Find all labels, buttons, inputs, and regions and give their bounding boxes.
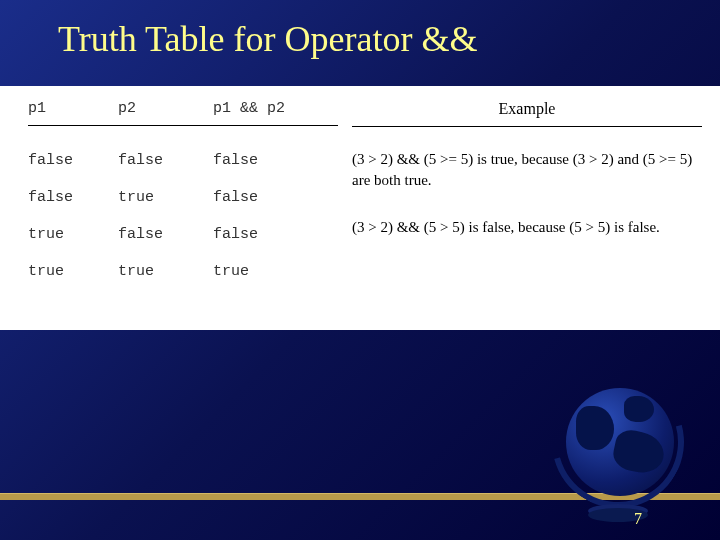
cell: true [28,226,118,243]
cell: true [213,263,333,280]
cell: false [213,226,333,243]
cell: false [118,226,213,243]
globe-ball-icon [566,388,674,496]
th-result: p1 && p2 [213,100,333,117]
example-item: (3 > 2) && (5 >= 5) is true, because (3 … [352,141,702,209]
table-row: false true false [28,179,338,216]
slide-title: Truth Table for Operator && [0,0,720,60]
cell: true [28,263,118,280]
examples-panel: Example (3 > 2) && (5 >= 5) is true, bec… [338,100,702,316]
th-p2: p2 [118,100,213,117]
truth-table: p1 p2 p1 && p2 false false false false t… [28,100,338,316]
examples-header: Example [352,100,702,127]
page-number: 7 [634,510,642,528]
cell: true [118,189,213,206]
th-p1: p1 [28,100,118,117]
content-panel: p1 p2 p1 && p2 false false false false t… [0,86,720,330]
example-item: (3 > 2) && (5 > 5) is false, because (5 … [352,209,702,256]
cell: false [118,152,213,169]
table-row: true true true [28,253,338,290]
cell: false [213,189,333,206]
cell: true [118,263,213,280]
truth-table-header-row: p1 p2 p1 && p2 [28,100,338,126]
table-row: false false false [28,142,338,179]
globe-graphic [538,370,698,530]
table-row: true false false [28,216,338,253]
cell: false [28,152,118,169]
cell: false [28,189,118,206]
cell: false [213,152,333,169]
